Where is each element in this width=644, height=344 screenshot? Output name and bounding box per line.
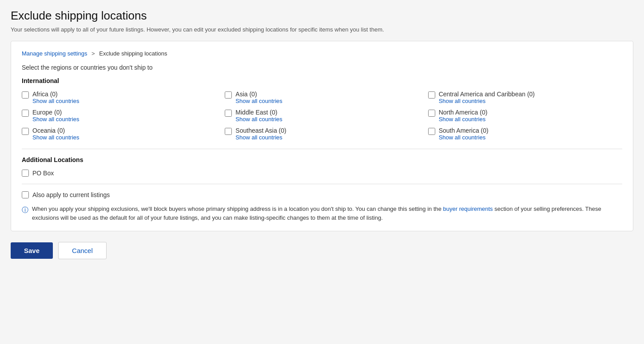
oceania-checkbox[interactable]: [22, 128, 29, 135]
pobox-checkbox[interactable]: [22, 170, 29, 177]
info-box: ⓘ When you apply your shipping exclusion…: [22, 205, 622, 222]
south-america-show-countries[interactable]: Show all countries: [439, 134, 489, 141]
divider-2: [22, 184, 622, 184]
also-apply-checkbox[interactable]: [22, 191, 29, 198]
north-america-show-countries[interactable]: Show all countries: [439, 116, 488, 123]
pobox-item: PO Box: [22, 170, 622, 177]
europe-checkbox[interactable]: [22, 110, 29, 117]
divider-1: [22, 149, 622, 149]
north-america-checkbox[interactable]: [428, 110, 435, 117]
page-title: Exclude shipping locations: [11, 9, 633, 23]
additional-locations-section: Additional Locations PO Box: [22, 156, 622, 177]
europe-show-countries[interactable]: Show all countries: [32, 116, 80, 123]
africa-checkbox[interactable]: [22, 91, 29, 99]
south-america-checkbox[interactable]: [428, 128, 435, 135]
north-america-info: North America (0) Show all countries: [439, 109, 488, 123]
international-section: International Africa (0) Show all countr…: [22, 77, 622, 141]
region-item-middle-east: Middle East (0) Show all countries: [225, 109, 419, 123]
south-america-label[interactable]: South America (0): [439, 127, 489, 134]
region-item-central-america: Central America and Caribbean (0) Show a…: [428, 91, 622, 104]
breadcrumb-separator: >: [91, 50, 95, 57]
section-label: Select the regions or countries you don'…: [22, 64, 622, 71]
regions-grid: Africa (0) Show all countries Asia (0) S…: [22, 91, 622, 141]
region-item-europe: Europe (0) Show all countries: [22, 109, 216, 123]
asia-show-countries[interactable]: Show all countries: [235, 98, 282, 104]
oceania-label[interactable]: Oceania (0): [32, 127, 80, 134]
north-america-label[interactable]: North America (0): [439, 109, 488, 116]
middle-east-checkbox[interactable]: [225, 110, 232, 117]
cancel-button[interactable]: Cancel: [58, 242, 107, 259]
region-item-oceania: Oceania (0) Show all countries: [22, 127, 216, 141]
info-icon: ⓘ: [22, 205, 28, 215]
africa-label[interactable]: Africa (0): [32, 91, 80, 98]
asia-info: Asia (0) Show all countries: [235, 91, 282, 104]
buyer-requirements-link[interactable]: buyer requirements: [443, 206, 493, 212]
oceania-show-countries[interactable]: Show all countries: [32, 134, 80, 141]
middle-east-show-countries[interactable]: Show all countries: [235, 116, 282, 123]
breadcrumb: Manage shipping settings > Exclude shipp…: [22, 50, 622, 57]
asia-label[interactable]: Asia (0): [235, 91, 282, 98]
page-subtitle: Your selections will apply to all of you…: [11, 26, 633, 33]
central-america-show-countries[interactable]: Show all countries: [439, 98, 535, 104]
africa-info: Africa (0) Show all countries: [32, 91, 80, 104]
breadcrumb-link[interactable]: Manage shipping settings: [22, 50, 87, 57]
region-item-southeast-asia: Southeast Asia (0) Show all countries: [225, 127, 419, 141]
button-row: Save Cancel: [11, 242, 633, 259]
southeast-asia-checkbox[interactable]: [225, 128, 232, 135]
breadcrumb-current: Exclude shipping locations: [99, 50, 167, 57]
region-item-south-america: South America (0) Show all countries: [428, 127, 622, 141]
central-america-label[interactable]: Central America and Caribbean (0): [439, 91, 535, 98]
region-item-asia: Asia (0) Show all countries: [225, 91, 419, 104]
additional-locations-title: Additional Locations: [22, 156, 622, 163]
southeast-asia-label[interactable]: Southeast Asia (0): [235, 127, 286, 134]
main-card: Manage shipping settings > Exclude shipp…: [11, 41, 633, 231]
also-apply-item: Also apply to current listings: [22, 191, 622, 198]
middle-east-label[interactable]: Middle East (0): [235, 109, 282, 116]
central-america-info: Central America and Caribbean (0) Show a…: [439, 91, 535, 104]
info-text: When you apply your shipping exclusions,…: [32, 205, 622, 222]
europe-label[interactable]: Europe (0): [32, 109, 80, 116]
africa-show-countries[interactable]: Show all countries: [32, 98, 80, 104]
europe-info: Europe (0) Show all countries: [32, 109, 80, 123]
save-button[interactable]: Save: [11, 242, 53, 259]
pobox-label[interactable]: PO Box: [32, 170, 54, 177]
middle-east-info: Middle East (0) Show all countries: [235, 109, 282, 123]
oceania-info: Oceania (0) Show all countries: [32, 127, 80, 141]
southeast-asia-show-countries[interactable]: Show all countries: [235, 134, 286, 141]
region-item-africa: Africa (0) Show all countries: [22, 91, 216, 104]
southeast-asia-info: Southeast Asia (0) Show all countries: [235, 127, 286, 141]
central-america-checkbox[interactable]: [428, 91, 435, 99]
international-section-title: International: [22, 77, 622, 84]
also-apply-label[interactable]: Also apply to current listings: [32, 191, 110, 198]
south-america-info: South America (0) Show all countries: [439, 127, 489, 141]
region-item-north-america: North America (0) Show all countries: [428, 109, 622, 123]
asia-checkbox[interactable]: [225, 91, 232, 99]
